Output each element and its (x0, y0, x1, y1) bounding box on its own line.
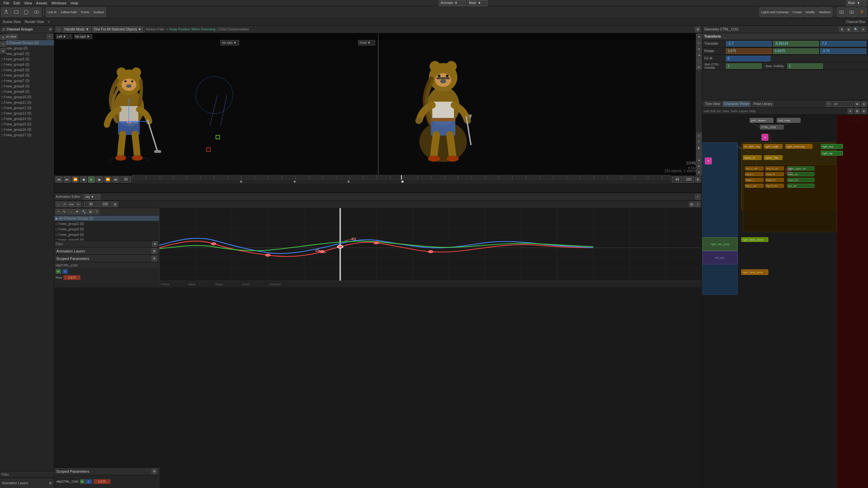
ce-edit-btn[interactable]: ✎ (62, 209, 67, 215)
add-group-btn[interactable]: + (47, 34, 53, 39)
go-to-end-btn[interactable]: ⏭ (113, 177, 119, 183)
group-item-2[interactable]: □ f new_group2 (0) (0, 51, 54, 56)
rotate-x[interactable]: 3.675 (726, 48, 772, 54)
node-arm-l[interactable]: arm_L_ctrl (745, 166, 764, 170)
scene-view-tab[interactable]: Scene View (1, 20, 22, 24)
group-item-6[interactable]: □ f new_group6 (0) (0, 73, 54, 78)
ng-search-input[interactable]: nif (833, 101, 853, 107)
menu-windows[interactable]: Windows (49, 1, 68, 5)
fallow-path-btn[interactable]: Fallow Path (59, 7, 79, 17)
anim-layers-settings[interactable]: ⚙ (49, 481, 52, 485)
camera-btn[interactable] (837, 7, 846, 17)
bear-vis-value[interactable]: 1 (787, 63, 823, 69)
node-right-lowerleg[interactable]: right_lowerLeg (785, 144, 812, 149)
ae-settings-btn[interactable]: + (695, 194, 701, 200)
lights-cameras-btn[interactable]: Lights and Cameras (760, 7, 790, 17)
vp-tb-8[interactable]: ✦ (696, 139, 702, 144)
ng-help-btn[interactable]: Help (749, 109, 756, 113)
ce-group-2[interactable]: □ f new_group2 (0) (54, 221, 159, 226)
ng-zoom-out-btn[interactable]: ⊖ (861, 101, 867, 107)
node-hand-r[interactable]: hand_R (765, 172, 784, 176)
node-pink-2[interactable]: ✕ (705, 158, 712, 164)
group-item-17[interactable]: □ f new_group17 (0) (0, 132, 54, 138)
props-settings-btn[interactable]: ⚙ (839, 27, 845, 32)
rewind-btn[interactable]: ⏪ (72, 177, 79, 183)
total-frames-display[interactable]: 100 (684, 177, 694, 183)
node-root-chap[interactable]: root_chap (777, 118, 801, 123)
viewport-left[interactable]: Front ▼ (54, 33, 378, 176)
ng-add-btn[interactable]: + (826, 101, 831, 107)
fx-ik-value[interactable]: 0 (726, 56, 770, 61)
ce-group-5[interactable]: □ f new_group5 (0) (54, 237, 159, 241)
scoped-settings-btn[interactable]: ⚙ (152, 469, 157, 474)
channel-box-tab[interactable]: Channel Box (845, 20, 867, 24)
node-right-legB[interactable]: right_LegB (764, 144, 783, 149)
menu-edit[interactable]: Edit (12, 1, 22, 5)
ce-anim-layers-settings[interactable]: ⚙ (152, 248, 157, 254)
group-item-15[interactable]: □ f new_group15 (0) (0, 121, 54, 127)
surface-btn[interactable]: Surface (92, 7, 106, 17)
group-item-11[interactable]: □ f new_group11 (0) (0, 100, 54, 105)
group-item-13[interactable]: □ f new_group13 (0) (0, 110, 54, 116)
go-to-start-btn[interactable]: ⏮ (56, 177, 62, 183)
translate-y[interactable]: -5.89134 (773, 41, 819, 46)
vp-tb-1[interactable]: ⊕ (696, 34, 702, 39)
ae-break-btn[interactable]: ✂ (76, 202, 81, 207)
translate-z[interactable]: 7.2 (820, 41, 866, 46)
node-spine-upper[interactable]: spine_upper_ctrl (787, 166, 814, 170)
node-ik-right-leg[interactable]: IK_right_Leg (743, 144, 762, 149)
curve-canvas[interactable]: Frame Value Slope Accel Function (159, 208, 702, 287)
add-view-btn[interactable]: + (47, 20, 52, 24)
vp-tb-11[interactable]: ◈ (696, 157, 702, 163)
prev-frame-btn[interactable]: ◀ (80, 177, 87, 183)
ng-go-btn[interactable]: Go (717, 109, 721, 113)
vp-tb-2[interactable]: ⊙ (696, 40, 702, 45)
group-item-8[interactable]: □ f new_group8 (0) (0, 83, 54, 89)
ae-flatten-btn[interactable]: ⟺ (68, 202, 75, 207)
pose-library-tab[interactable]: Pose Library (752, 101, 774, 107)
group-item-10[interactable]: □ f new_group10 (0) (0, 94, 54, 100)
ce-group-all[interactable]: ▶ All Channel Groups (0) (54, 216, 159, 221)
anim-scene-dropdown[interactable]: nify ▼ (83, 194, 100, 200)
timeline-settings-btn[interactable]: ⚙ (695, 177, 701, 182)
ce-group-3[interactable]: □ f new_group3 (0) (54, 226, 159, 232)
group-item-9[interactable]: □ f new_group9 (0) (0, 89, 54, 94)
create-btn[interactable]: Create (791, 7, 803, 17)
vp-tb-13[interactable]: ⊕ (696, 169, 702, 175)
light-btn[interactable] (857, 7, 867, 17)
vp-tb-3[interactable]: ⊗ (696, 46, 702, 52)
ae-end-frame-input[interactable]: 100 (98, 202, 112, 207)
no-cam-dropdown[interactable]: No cam ▼ (74, 34, 93, 39)
render-view-tab[interactable]: Render View (23, 20, 45, 24)
group-item-4[interactable]: □ f new_group4 (0) (0, 62, 54, 67)
ng-layout-btn[interactable]: Layout (739, 109, 748, 113)
node-right-foot[interactable]: right_foot (821, 144, 843, 149)
next-frame-btn[interactable]: ⏩ (104, 177, 111, 183)
rotate-z[interactable]: -3.75 (820, 48, 866, 54)
group-item-1[interactable]: □ f new_group (0) (0, 45, 54, 51)
ng-zoom-in-btn[interactable]: ⊕ (854, 101, 860, 107)
node-right-hand-jump[interactable]: right_hand_jump (741, 269, 768, 275)
ae-tangent-btn[interactable]: ↗ (62, 202, 67, 207)
ce-filter-settings[interactable]: ⚙ (152, 241, 158, 247)
ce-group-4[interactable]: □ f new_group4 (0) (54, 232, 159, 237)
ce-scoped-settings[interactable]: ⚙ (152, 256, 157, 261)
ae-zoom-btn[interactable]: ⊕ (113, 202, 118, 207)
translate-x[interactable]: -2.7 (726, 41, 772, 46)
character-picker-tab[interactable]: Character Picker (723, 101, 750, 107)
node-spine-M[interactable]: Spine_M (743, 155, 762, 160)
ae-frame-input[interactable]: 30 (84, 202, 98, 207)
ng-settings-btn[interactable]: ✕ (848, 108, 853, 114)
left-side-btn-3[interactable]: ⊗ (0, 48, 6, 54)
camera2-btn[interactable] (847, 7, 856, 17)
link-ik-btn[interactable]: Link IK (46, 7, 59, 17)
node-left-arm[interactable]: left_arm (702, 251, 738, 264)
points-btn[interactable]: Points (79, 7, 91, 17)
ce-help-btn[interactable]: ? (94, 209, 99, 215)
vp-tb-6[interactable]: ⊞ (696, 64, 702, 70)
left-side-btn-1[interactable]: ⊕ (0, 35, 6, 40)
ce-view-btn[interactable]: 👁 (74, 209, 80, 215)
left-side-btn-2[interactable]: ⊙ (0, 41, 6, 47)
end-frame-display[interactable]: 49 (672, 177, 682, 183)
ce-go-btn[interactable]: → (68, 209, 74, 215)
